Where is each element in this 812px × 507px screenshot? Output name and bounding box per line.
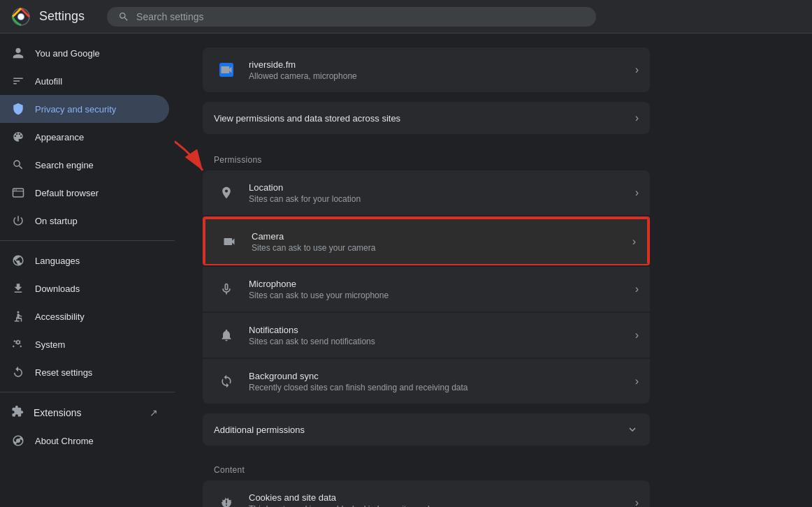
microphone-item[interactable]: Microphone Sites can ask to use your mic… [203,267,650,311]
microphone-text: Microphone Sites can ask to use your mic… [249,279,630,300]
sidebar-item-label: On startup [35,216,78,226]
search-bar[interactable] [107,7,596,27]
sidebar-item-label: Downloads [35,284,80,294]
chevron-down-icon [626,423,639,436]
notifications-icon-wrap [214,323,239,348]
chevron-right-icon: › [635,283,639,295]
view-permissions-title: View permissions and data stored across … [214,113,630,124]
svg-point-5 [14,189,15,191]
chevron-right-icon: › [635,375,639,388]
cookies-title: Cookies and site data [249,492,630,503]
microphone-icon [219,282,233,296]
sidebar-item-appearance[interactable]: Appearance [0,123,169,151]
microphone-subtitle: Sites can ask to use your microphone [249,291,630,300]
sidebar-item-you-and-google[interactable]: You and Google [0,39,169,67]
autofill-icon [11,74,25,88]
riverside-item[interactable]: riverside.fm Allowed camera, microphone … [203,47,650,92]
location-item[interactable]: Location Sites can ask for your location… [203,170,650,215]
sidebar-item-search-engine[interactable]: Search engine [0,151,169,179]
search-input[interactable] [136,11,585,22]
riverside-item-group: riverside.fm Allowed camera, microphone … [203,47,650,92]
sidebar-item-label: Appearance [35,132,84,142]
background-sync-item-group: Background sync Recently closed sites ca… [203,359,650,404]
sidebar-item-reset-settings[interactable]: Reset settings [0,358,169,386]
sidebar-item-extensions[interactable]: Extensions ↗ [0,398,169,427]
camera-item[interactable]: Camera Sites can ask to use your camera … [204,218,648,264]
background-sync-title: Background sync [249,371,630,381]
appearance-icon [11,130,25,144]
notifications-item[interactable]: Notifications Sites can ask to send noti… [203,313,650,358]
search-icon [118,11,129,22]
permissions-section-label: Permissions [203,144,650,170]
location-text: Location Sites can ask for your location [249,182,630,204]
sync-icon [219,374,233,388]
notifications-text: Notifications Sites can ask to send noti… [249,325,630,346]
app-title: Settings [39,9,85,24]
sidebar-item-label: Default browser [35,188,99,198]
chevron-right-icon: › [635,497,639,507]
sidebar-item-downloads[interactable]: Downloads [0,274,169,302]
notifications-title: Notifications [249,325,630,335]
sidebar-item-label: You and Google [35,48,100,59]
notifications-icon [219,328,233,342]
sidebar-divider-2 [0,392,175,392]
sidebar-item-label: Languages [35,256,80,266]
riverside-subtitle: Allowed camera, microphone [249,71,630,81]
svg-point-2 [18,14,24,20]
search-engine-icon [11,158,25,172]
header: Settings [0,0,812,34]
cookies-icon-wrap [214,490,239,507]
camera-title: Camera [252,231,627,242]
permissions-group: Location Sites can ask for your location… [203,170,650,404]
sidebar-item-label: Extensions [34,407,140,418]
sidebar-item-languages[interactable]: Languages [0,247,169,274]
sidebar-item-on-startup[interactable]: On startup [0,207,169,235]
chevron-right-icon: › [635,112,639,124]
cookies-text: Cookies and site data Third-party cookie… [249,492,630,508]
power-icon [11,214,25,228]
extensions-icon [11,405,24,420]
system-icon [11,337,25,351]
sidebar-item-system[interactable]: System [0,330,169,358]
location-title: Location [249,182,630,193]
external-link-icon: ↗ [150,407,158,418]
sidebar-item-label: System [35,339,65,350]
riverside-text: riverside.fm Allowed camera, microphone [249,59,630,81]
chevron-right-icon: › [635,186,639,199]
sidebar-item-accessibility[interactable]: Accessibility [0,302,169,330]
accessibility-icon [11,309,25,323]
camera-icon-wrap [217,229,242,254]
sidebar-item-autofill[interactable]: Autofill [0,67,169,95]
camera-subtitle: Sites can ask to use your camera [252,243,627,253]
chevron-right-icon: › [635,329,639,341]
additional-permissions-header[interactable]: Additional permissions [203,413,650,446]
cookies-item-group: Cookies and site data Third-party cookie… [203,480,650,507]
sidebar-item-default-browser[interactable]: Default browser [0,179,169,207]
sync-icon-wrap [214,369,239,394]
sidebar-item-label: About Chrome [35,436,94,446]
svg-point-7 [17,311,20,314]
chevron-right-icon: › [635,64,639,76]
notifications-item-group: Notifications Sites can ask to send noti… [203,313,650,358]
sidebar-item-label: Autofill [35,76,62,87]
microphone-item-group: Microphone Sites can ask to use your mic… [203,267,650,311]
riverside-title: riverside.fm [249,59,630,70]
shield-icon [11,102,25,116]
svg-point-6 [16,189,17,191]
camera-icon [222,235,236,249]
location-subtitle: Sites can ask for your location [249,194,630,204]
content-area: riverside.fm Allowed camera, microphone … [175,34,678,507]
notifications-subtitle: Sites can ask to send notifications [249,337,630,346]
location-item-group: Location Sites can ask for your location… [203,170,650,215]
sidebar-item-about-chrome[interactable]: About Chrome [0,427,169,455]
sidebar-item-privacy[interactable]: Privacy and security [0,95,169,123]
camera-item-group: Camera Sites can ask to use your camera … [203,216,650,265]
microphone-icon-wrap [214,277,239,302]
reset-icon [11,365,25,379]
view-permissions-item[interactable]: View permissions and data stored across … [203,102,650,134]
microphone-title: Microphone [249,279,630,289]
additional-permissions-label: Additional permissions [214,425,305,435]
background-sync-item[interactable]: Background sync Recently closed sites ca… [203,359,650,404]
cookies-subtitle: Third-party cookies are blocked in Incog… [249,504,630,508]
cookies-item[interactable]: Cookies and site data Third-party cookie… [203,480,650,507]
